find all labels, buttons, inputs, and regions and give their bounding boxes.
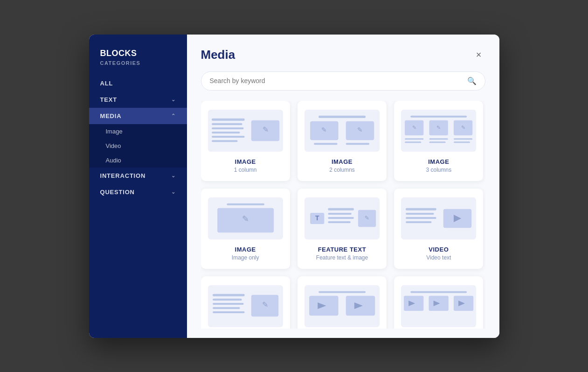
svg-rect-25 [429, 141, 446, 143]
svg-rect-22 [405, 138, 423, 140]
card-title-image-1col: IMAGE [235, 158, 256, 165]
chevron-down-icon: ⌄ [171, 97, 176, 103]
svg-rect-26 [454, 138, 472, 140]
sidebar-item-media-label: MEDIA [100, 112, 122, 119]
sidebar-item-interaction-label: INTERACTION [100, 172, 146, 179]
sidebar-submenu-item-video[interactable]: Video [89, 139, 187, 153]
card-title-feature-text: FEATURE TEXT [318, 246, 366, 253]
card-title-video: VIDEO [429, 246, 449, 253]
sidebar-item-text-label: TEXT [100, 96, 117, 103]
card-preview-image-only: ✎ [208, 197, 283, 239]
card-preview-video-3col [401, 285, 476, 327]
svg-rect-24 [429, 138, 448, 140]
svg-rect-8 [318, 115, 366, 118]
svg-rect-46 [213, 298, 242, 300]
sidebar-item-all-label: ALL [100, 80, 113, 87]
card-title-image-only: IMAGE [235, 246, 256, 253]
card-preview-video [401, 197, 476, 239]
sidebar-submenu-media: Image Video Audio [89, 124, 187, 168]
card-video[interactable]: VIDEO Video text [394, 189, 483, 269]
main-content: Media × 🔍 [187, 35, 499, 338]
svg-text:✎: ✎ [357, 126, 363, 133]
svg-rect-40 [406, 212, 434, 214]
card-text-image[interactable]: ✎ TEXT IMAGE Text & image [201, 276, 290, 329]
chevron-up-icon: ⌃ [171, 113, 176, 119]
sidebar-submenu-item-image[interactable]: Image [89, 124, 187, 139]
svg-rect-2 [212, 127, 244, 129]
sidebar: BLOCKS CATEGORIES ALL TEXT ⌄ MEDIA ⌃ Ima… [89, 35, 187, 338]
card-feature-text[interactable]: T ✎ FEATURE TEXT Feature text & image [297, 189, 387, 269]
svg-text:✎: ✎ [262, 300, 268, 309]
card-subtitle-image-3col: 3 columns [426, 167, 451, 173]
svg-rect-34 [328, 212, 351, 214]
card-video-2col[interactable]: VIDEO 2 columns [297, 276, 387, 329]
card-subtitle-video: Video text [426, 254, 451, 261]
svg-rect-23 [405, 141, 421, 143]
svg-rect-41 [406, 217, 436, 218]
card-preview-text-image: ✎ [208, 285, 283, 327]
svg-text:✎: ✎ [461, 124, 465, 130]
card-video-3col[interactable]: VIDEO 3 columns [394, 276, 483, 329]
svg-text:✎: ✎ [242, 214, 249, 224]
svg-rect-33 [328, 208, 353, 210]
svg-rect-45 [213, 294, 245, 296]
modal: BLOCKS CATEGORIES ALL TEXT ⌄ MEDIA ⌃ Ima… [89, 35, 499, 338]
card-preview-image-2col: ✎ ✎ [304, 110, 380, 152]
svg-rect-15 [410, 115, 467, 117]
svg-text:✎: ✎ [321, 126, 327, 133]
svg-rect-57 [410, 291, 467, 293]
card-preview-feature-text: T ✎ [304, 197, 380, 239]
card-title-image-2col: IMAGE [332, 158, 353, 165]
sidebar-item-question-label: QUESTION [100, 189, 135, 196]
chevron-down-icon-interaction: ⌄ [171, 173, 176, 179]
svg-rect-28 [227, 203, 264, 205]
svg-rect-4 [212, 136, 245, 138]
card-preview-image-1col: ✎ [208, 110, 283, 152]
svg-rect-47 [213, 302, 244, 304]
card-subtitle-image-only: Image only [232, 254, 259, 261]
card-subtitle-feature-text: Feature text & image [316, 254, 368, 261]
svg-rect-36 [328, 221, 350, 223]
sidebar-item-text[interactable]: TEXT ⌄ [89, 91, 187, 108]
chevron-down-icon-question: ⌄ [171, 189, 176, 195]
card-image-only[interactable]: ✎ IMAGE Image only [201, 189, 290, 269]
svg-text:T: T [315, 214, 319, 222]
sidebar-submenu-item-audio[interactable]: Audio [89, 153, 187, 168]
search-bar: 🔍 [201, 71, 485, 91]
svg-text:✎: ✎ [365, 215, 369, 221]
svg-rect-27 [454, 141, 470, 143]
card-image-1col[interactable]: ✎ IMAGE 1 column [201, 101, 290, 181]
svg-rect-52 [318, 291, 366, 293]
card-subtitle-image-2col: 2 columns [329, 167, 355, 173]
svg-rect-42 [406, 221, 431, 223]
search-input[interactable] [210, 77, 467, 84]
card-subtitle-image-1col: 1 column [234, 167, 257, 173]
search-icon[interactable]: 🔍 [467, 77, 477, 85]
modal-header: Media × [201, 48, 485, 62]
modal-overlay: BLOCKS CATEGORIES ALL TEXT ⌄ MEDIA ⌃ Ima… [0, 0, 588, 372]
svg-text:✎: ✎ [262, 125, 268, 133]
svg-rect-0 [212, 118, 245, 120]
svg-rect-35 [328, 217, 353, 218]
card-preview-video-2col [304, 285, 380, 327]
sidebar-item-all[interactable]: ALL [89, 75, 187, 91]
cards-grid: ✎ IMAGE 1 column ✎ [201, 101, 485, 329]
sidebar-item-interaction[interactable]: INTERACTION ⌄ [89, 168, 187, 184]
card-title-image-3col: IMAGE [428, 158, 449, 165]
svg-rect-49 [213, 311, 245, 313]
modal-title: Media [201, 48, 235, 62]
card-image-3col[interactable]: ✎ ✎ ✎ [394, 101, 483, 181]
sidebar-item-media[interactable]: MEDIA ⌃ [89, 108, 187, 124]
sidebar-categories-label: CATEGORIES [89, 60, 187, 66]
card-preview-image-3col: ✎ ✎ ✎ [401, 110, 476, 152]
sidebar-item-question[interactable]: QUESTION ⌄ [89, 184, 187, 200]
svg-rect-13 [314, 143, 337, 145]
svg-rect-1 [212, 123, 242, 125]
svg-text:✎: ✎ [436, 124, 441, 130]
card-image-2col[interactable]: ✎ ✎ IMAGE 2 columns [297, 101, 387, 181]
svg-rect-3 [212, 132, 240, 133]
sidebar-blocks-label: BLOCKS [89, 49, 187, 58]
close-button[interactable]: × [472, 48, 485, 61]
svg-rect-14 [346, 143, 369, 145]
svg-rect-48 [213, 307, 240, 309]
